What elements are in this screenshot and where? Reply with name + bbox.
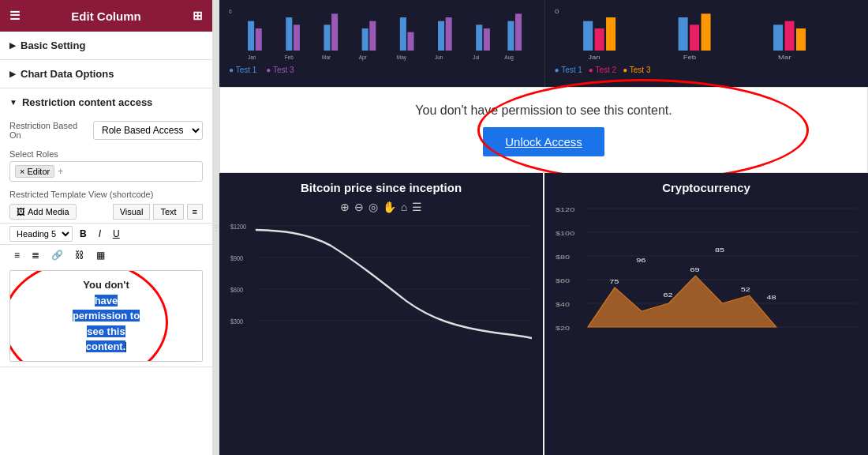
bold-button[interactable]: B [75,226,92,242]
svg-text:$120: $120 [556,205,574,212]
bar-chart-left-svg: 0 [229,6,533,62]
svg-rect-13 [476,24,482,51]
unlink-button[interactable]: ⛓ [70,247,89,263]
svg-rect-14 [484,28,490,51]
svg-rect-33 [784,21,794,51]
magnify-icon[interactable]: ◎ [369,201,378,213]
svg-rect-26 [583,21,593,51]
zoom-out-icon[interactable]: ⊖ [354,201,364,213]
legend-r-test2: ● Test 2 [589,66,616,74]
svg-text:0: 0 [229,9,232,15]
svg-text:Aug: Aug [504,55,514,62]
hamburger-icon[interactable]: ☰ [9,9,20,23]
svg-text:85: 85 [715,246,724,253]
grid-icon[interactable]: ⊞ [193,9,203,23]
svg-text:$300: $300 [230,318,243,325]
svg-text:$80: $80 [556,253,570,260]
bar-chart-right-svg: 0 Jan Feb Mar [555,6,859,62]
svg-rect-5 [324,24,330,51]
svg-rect-28 [606,17,615,51]
pan-icon[interactable]: ✋ [383,201,396,213]
bar-chart-left-legend: ● Test 1 ● Test 3 [229,66,533,74]
svg-rect-16 [515,13,522,51]
kitchen-sink-button[interactable]: ≡ [187,204,203,220]
svg-rect-27 [594,28,604,51]
svg-text:$20: $20 [556,324,570,331]
basic-setting-toggle[interactable]: ▶ Basic Setting [0,32,212,59]
unlock-access-button[interactable]: Unlock Access [483,127,604,156]
svg-text:Jun: Jun [435,55,443,61]
svg-rect-34 [795,28,805,51]
restriction-section: ▼ Restriction content access Restriction… [0,88,212,367]
svg-rect-1 [248,21,254,51]
text-cursor [125,342,126,352]
svg-text:$40: $40 [556,300,570,307]
crypto-chart-title: Cryptocurrency [556,181,857,194]
restriction-based-on-field: Restriction Based On Role Based Access [0,116,212,145]
link-button[interactable]: 🔗 [47,247,68,263]
charts-top-row: 0 [219,0,868,87]
svg-rect-4 [294,24,300,51]
ul-button[interactable]: ≡ [9,247,24,263]
svg-text:$100: $100 [556,229,574,236]
roles-input[interactable]: × Editor + [9,161,203,182]
editor-line1: You don't [83,279,129,291]
basic-setting-arrow: ▶ [9,41,16,50]
drag-handle[interactable]: ⋮ [213,0,219,455]
svg-text:$60: $60 [556,276,570,284]
tab-visual-button[interactable]: Visual [113,204,151,220]
chart-data-section: ▶ Chart Data Options [0,60,212,88]
heading-select[interactable]: Heading 5 [9,226,73,242]
svg-rect-15 [507,21,514,51]
legend-test1: ● Test 1 [229,66,256,74]
role-tag-x[interactable]: × [20,167,24,176]
home-icon[interactable]: ⌂ [401,201,407,213]
restriction-arrow: ▼ [9,98,17,107]
svg-text:52: 52 [741,285,750,292]
svg-rect-10 [407,32,413,51]
svg-text:May: May [397,55,407,62]
crypto-area-chart: $120 $100 $80 $60 $40 $20 75 96 62 69 85… [556,201,857,343]
sidebar-header: ☰ Edit Column ⊞ [0,0,212,32]
add-media-button[interactable]: 🖼 Add Media [9,204,77,220]
restriction-toggle[interactable]: ▼ Restriction content access [0,88,212,116]
ol-button[interactable]: ≣ [27,247,44,263]
editor-area[interactable]: You don't have permission to see this co… [9,270,203,362]
bar-chart-right-legend: ● Test 1 ● Test 2 ● Test 3 [555,66,859,74]
italic-button[interactable]: I [94,226,106,242]
svg-rect-32 [773,24,783,51]
svg-rect-30 [690,24,699,51]
restriction-label: Restriction content access [22,96,152,108]
svg-text:62: 62 [663,291,672,298]
list-toolbar: ≡ ≣ 🔗 ⛓ ▦ [0,245,212,265]
svg-rect-9 [400,17,406,51]
add-role-button[interactable]: + [58,166,63,177]
chart-data-label: Chart Data Options [21,68,114,80]
svg-text:69: 69 [690,265,700,273]
svg-text:48: 48 [766,293,776,300]
svg-text:Jan: Jan [588,54,600,61]
legend-r-test3: ● Test 3 [623,66,650,74]
chart-data-toggle[interactable]: ▶ Chart Data Options [0,60,212,88]
role-tag-label: Editor [27,167,50,176]
svg-text:Jan: Jan [248,55,256,61]
zoom-in-icon[interactable]: ⊕ [340,201,350,213]
add-media-icon: 🖼 [17,207,25,216]
crypto-chart-panel: Cryptocurrency $120 $100 $80 $60 $40 $20 [544,173,868,455]
svg-text:0: 0 [555,8,559,15]
svg-rect-7 [362,28,369,51]
table-button[interactable]: ▦ [92,247,110,263]
restriction-based-on-label: Restriction Based On [9,121,88,140]
bitcoin-chart-toolbar: ⊕ ⊖ ◎ ✋ ⌂ ☰ [230,201,532,213]
underline-button[interactable]: U [108,226,125,242]
select-roles-field: Select Roles × Editor + [0,145,212,186]
bar-chart-left: 0 [219,0,543,87]
restriction-based-on-select[interactable]: Role Based Access [93,121,203,140]
svg-text:Feb: Feb [683,54,696,61]
basic-setting-section: ▶ Basic Setting [0,32,212,60]
bitcoin-chart-panel: Bitcoin price since inception ⊕ ⊖ ◎ ✋ ⌂ … [219,173,543,455]
tab-text-button[interactable]: Text [153,204,183,220]
svg-rect-6 [331,13,338,51]
svg-rect-31 [701,13,710,51]
menu-icon[interactable]: ☰ [412,201,422,213]
